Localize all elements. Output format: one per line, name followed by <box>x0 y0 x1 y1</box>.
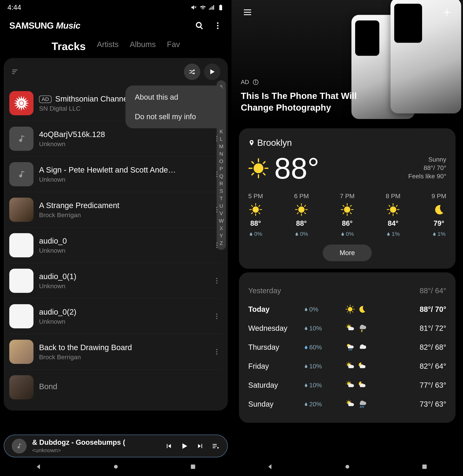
now-playing-artist: <unknown> <box>32 447 159 453</box>
sun-icon <box>249 203 262 216</box>
partsun-icon <box>346 380 355 390</box>
location-icon <box>248 140 255 146</box>
ad-menu-item[interactable]: About this ad <box>125 87 224 107</box>
svg-point-42 <box>216 318 217 319</box>
location-row[interactable]: Brooklyn <box>248 138 446 148</box>
svg-point-44 <box>216 351 217 352</box>
track-more-icon[interactable] <box>213 349 222 355</box>
svg-point-38 <box>216 280 217 281</box>
track-row[interactable]: Back to the Drawing BoardBrock Berrigan <box>9 334 222 370</box>
search-icon[interactable] <box>195 21 204 30</box>
track-more-icon[interactable] <box>213 278 222 284</box>
album-art <box>9 304 34 328</box>
shuffle-button[interactable] <box>184 64 200 80</box>
now-playing-bar[interactable]: & Dubdogz - Goosebumps ( <unknown> <box>4 434 228 458</box>
partmoon-icon <box>357 380 367 390</box>
svg-point-21 <box>217 22 218 24</box>
forecast-row[interactable]: Today0%88°/ 70° <box>248 300 446 319</box>
tab-albums[interactable]: Albums <box>130 40 156 53</box>
forecast-row[interactable]: Wednesday10%81°/ 72° <box>248 319 446 338</box>
play-button[interactable] <box>180 442 188 450</box>
track-row[interactable]: Bond <box>9 370 222 405</box>
current-temp: 88° <box>274 153 319 183</box>
queue-button[interactable] <box>212 442 220 450</box>
ad-options-menu: About this adDo not sell my info <box>125 86 224 128</box>
tab-artists[interactable]: Artists <box>97 40 119 53</box>
daily-forecast-card: Yesterday88°/ 64°Today0%88°/ 70°Wednesda… <box>239 272 455 423</box>
nav-recent[interactable] <box>189 463 197 470</box>
more-button[interactable]: More <box>323 245 372 261</box>
track-title: 4oQBarjV516k.128 <box>39 130 208 139</box>
album-art <box>9 91 34 115</box>
forecast-row[interactable]: Yesterday88°/ 64° <box>248 282 446 300</box>
svg-point-22 <box>217 25 218 26</box>
partsun-icon <box>346 399 355 409</box>
forecast-row[interactable]: Sunday20%73°/ 63° <box>248 395 446 414</box>
location-name: Brooklyn <box>257 138 292 148</box>
tabs: TracksArtistsAlbumsFav <box>0 36 232 58</box>
track-more-icon[interactable] <box>213 207 222 213</box>
play-all-button[interactable] <box>204 64 220 80</box>
forecast-row[interactable]: Saturday10%77°/ 63° <box>248 376 446 395</box>
next-button[interactable] <box>196 442 204 450</box>
track-artist: Brock Berrigan <box>39 212 208 219</box>
track-row[interactable]: A Strange PredicamentBrock Berrigan <box>9 192 222 228</box>
status-time: 4:44 <box>8 4 21 11</box>
sun-icon <box>346 305 355 314</box>
track-more-icon[interactable] <box>213 242 222 248</box>
battery-icon <box>217 4 224 11</box>
tab-tracks[interactable]: Tracks <box>52 40 86 53</box>
track-more-icon[interactable] <box>213 171 222 177</box>
partrain-icon <box>346 343 355 352</box>
hamburger-icon[interactable] <box>243 8 252 18</box>
ad-menu-item[interactable]: Do not sell my info <box>125 107 224 126</box>
tab-fav[interactable]: Fav <box>167 40 180 53</box>
app-title: SAMSUNG Music <box>9 20 80 31</box>
nav-bar <box>232 458 463 476</box>
track-title: A Sign - Pete Hewlett and Scott Ande… <box>39 166 208 174</box>
album-art <box>9 269 34 293</box>
album-art <box>9 127 34 151</box>
track-list: ADSmithsonian ChannelSN Digital LLCAbout… <box>4 86 228 405</box>
track-row[interactable]: audio_0(1)Unknown <box>9 263 222 299</box>
hour-col: 8 PM 84° 1% <box>386 193 400 237</box>
menu-icon[interactable] <box>213 21 222 30</box>
app-header: SAMSUNG Music <box>0 15 232 36</box>
track-artist: Unknown <box>39 318 208 325</box>
nav-home[interactable] <box>112 463 120 470</box>
track-title: audio_0 <box>39 237 208 246</box>
track-row[interactable]: audio_0(2)Unknown <box>9 299 222 334</box>
add-icon[interactable] <box>442 8 452 18</box>
track-more-icon[interactable] <box>213 313 222 319</box>
nav-recent[interactable] <box>421 463 428 470</box>
mute-icon <box>191 4 197 11</box>
svg-point-25 <box>216 136 217 137</box>
svg-point-36 <box>216 247 217 248</box>
cloud-icon <box>357 343 367 352</box>
nav-home[interactable] <box>344 463 351 470</box>
ad-banner[interactable]: AD This Is The Phone That Will Change Ph… <box>232 0 463 123</box>
svg-point-32 <box>216 209 217 210</box>
partsun-icon <box>346 361 355 371</box>
forecast-row[interactable]: Thursday60%82°/ 68° <box>248 338 446 357</box>
track-title: A Strange Predicament <box>39 201 208 210</box>
nav-back[interactable] <box>267 463 274 470</box>
svg-point-51 <box>346 465 349 468</box>
sort-icon[interactable] <box>11 67 20 76</box>
previous-button[interactable] <box>165 442 173 450</box>
ad-headline: This Is The Phone That Will Change Photo… <box>241 90 371 114</box>
track-row[interactable]: audio_0Unknown <box>9 228 222 263</box>
track-title: audio_0(2) <box>39 308 208 317</box>
now-playing-art <box>12 439 27 453</box>
hour-col: 7 PM 86° 0% <box>340 193 355 237</box>
nav-back[interactable] <box>35 463 42 470</box>
track-title: audio_0(1) <box>39 272 208 281</box>
svg-point-24 <box>19 101 23 105</box>
track-more-icon[interactable] <box>213 136 222 142</box>
track-row[interactable]: A Sign - Pete Hewlett and Scott Ande…Unk… <box>9 157 222 192</box>
svg-point-46 <box>114 465 118 468</box>
forecast-row[interactable]: Friday10%82°/ 64° <box>248 357 446 376</box>
nav-bar <box>0 458 232 476</box>
track-row[interactable]: ADSmithsonian ChannelSN Digital LLCAbout… <box>9 86 222 121</box>
track-artist: Unknown <box>39 247 208 254</box>
